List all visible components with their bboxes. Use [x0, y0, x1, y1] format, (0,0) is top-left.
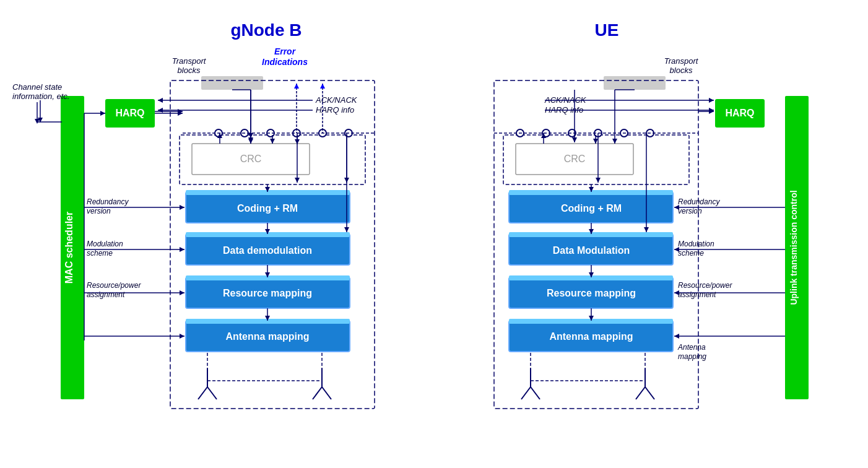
antenna-mapping-right-label2: mapping — [678, 352, 706, 361]
resource-power-right2: assignment — [678, 290, 716, 299]
redundancy-version-right2: version — [678, 207, 702, 215]
ack-nack-left: ACK/NACK — [315, 95, 358, 105]
modulation-scheme-right2: scheme — [678, 249, 704, 258]
transport-blocks-left-label: Transport — [172, 56, 207, 66]
antenna-mapping-right-label: Antenna mapping — [549, 331, 633, 342]
transport-block-left-rect — [201, 76, 263, 90]
redundancy-version-right: Redundancy — [678, 197, 720, 206]
harq-left-label: HARQ — [115, 108, 144, 118]
resource-mapping-left-label: Resource mapping — [223, 288, 312, 298]
transport-blocks-left-label2: blocks — [178, 66, 201, 75]
harq-right-label: HARQ — [725, 108, 754, 118]
channel-state-label2: information, etc. — [12, 92, 70, 101]
uplink-control-label: Uplink transmission control — [789, 190, 799, 305]
svg-rect-0 — [0, 0, 868, 468]
transport-blocks-right-label: Transport — [664, 56, 699, 66]
crc-right-label: CRC — [564, 154, 586, 164]
resource-mapping-right-label: Resource mapping — [547, 288, 636, 298]
redundancy-version-left2: version — [87, 207, 111, 215]
ue-title: UE — [595, 20, 619, 40]
antenna-mapping-right-label: Antenna — [677, 343, 706, 352]
coding-rm-left-label: Coding + RM — [237, 203, 298, 214]
modulation-scheme-left: Modulation — [87, 240, 123, 248]
channel-state-label: Channel state — [12, 82, 62, 92]
resource-power-right: Resource/power — [678, 281, 732, 290]
modulation-scheme-left2: scheme — [87, 249, 113, 258]
data-demod-label: Data demodulation — [223, 245, 312, 256]
mac-scheduler-label: MAC scheduler — [64, 212, 74, 284]
modulation-scheme-right: Modulation — [678, 240, 714, 248]
transport-block-right-rect — [604, 76, 666, 90]
error-indications-label2: Indications — [262, 57, 308, 67]
diagram-container: gNode B UE MAC scheduler HARQ Channel st… — [0, 0, 868, 468]
redundancy-version-left: Redundancy — [87, 197, 129, 206]
crc-left-label: CRC — [240, 154, 262, 164]
coding-rm-right-label: Coding + RM — [561, 203, 622, 214]
error-indications-label: Error — [274, 46, 297, 56]
resource-power-left: Resource/power — [87, 281, 141, 290]
gnodeb-title: gNode B — [230, 20, 302, 40]
harq-info-left: HARQ info — [316, 105, 354, 115]
transport-blocks-right-label2: blocks — [670, 66, 693, 75]
resource-power-left2: assignment — [87, 290, 125, 299]
data-mod-label: Data Modulation — [553, 245, 630, 256]
antenna-mapping-left-label: Antenna mapping — [225, 331, 309, 342]
